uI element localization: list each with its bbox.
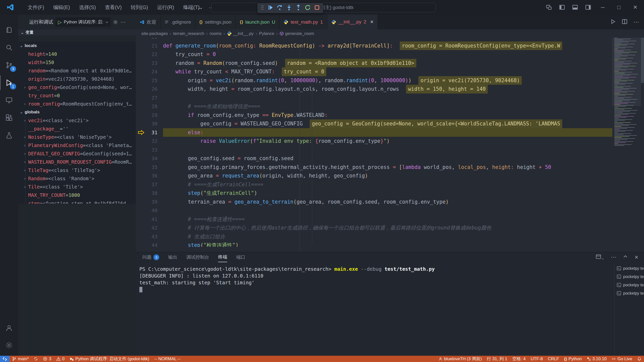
variable-row[interactable]: ›vec2i = <class 'vec2i'> <box>18 116 136 124</box>
status-notifications[interactable] <box>635 356 644 362</box>
layout-panel-icon[interactable] <box>572 5 578 10</box>
tab-settings.json[interactable]: {}settings.json <box>195 15 236 29</box>
step-over-button[interactable] <box>277 5 283 12</box>
code-line-23[interactable]: random = Random(room_config.seed)random … <box>163 59 612 68</box>
variable-row[interactable]: ›DEFAULT_GEO_CONFIG = GeoConfig(seed=1… <box>18 149 136 158</box>
line-number-27[interactable]: 27 <box>136 94 163 102</box>
more-actions-icon[interactable]: ⋯ <box>633 19 639 25</box>
status-errors[interactable]: 3 <box>41 356 54 362</box>
panel-tab-端口[interactable]: 端口 <box>236 252 245 262</box>
start-debug-icon[interactable]: ▷ <box>56 19 64 25</box>
variable-row[interactable]: ›PlanetaryWindConfig = <class 'Planeta… <box>18 141 136 149</box>
code-line-42[interactable]: # 计算每一个出口的中心，然后使用astar生成路径，确保每一个出口组合都可以联… <box>163 223 612 232</box>
layout-customize-icon[interactable] <box>585 5 591 10</box>
activity-extensions[interactable] <box>0 111 18 125</box>
code-line-43[interactable]: # 生成出口组合 <box>163 232 612 241</box>
step-into-button[interactable] <box>286 5 292 12</box>
variable-row[interactable]: __package__ = '' <box>18 124 136 133</box>
minimize-button[interactable]: ─ <box>598 4 607 10</box>
line-number-26[interactable]: 26 <box>136 85 163 94</box>
tab-欢迎[interactable]: 欢迎 <box>136 15 160 29</box>
breadcrumb-item-site-packages[interactable]: site-packages <box>141 31 168 36</box>
layout-sidebar-icon[interactable] <box>559 5 565 10</box>
tab-launch.json[interactable]: {}launch.jsonU <box>236 15 279 29</box>
menu-编辑(E)[interactable]: 编辑(E) <box>50 3 74 12</box>
line-number-35[interactable]: 35 <box>136 163 163 172</box>
variable-row[interactable]: width = 150 <box>18 58 136 66</box>
line-number-29[interactable]: 29 <box>136 111 163 120</box>
back-icon[interactable]: ← <box>184 4 190 11</box>
more-actions-icon[interactable]: ⋯ <box>611 254 616 260</box>
line-number-41[interactable]: 41 <box>136 215 163 224</box>
menu-转到(G)[interactable]: 转到(G) <box>127 3 152 12</box>
code-line-36[interactable]: geo_area = request_area(origin, width, h… <box>163 171 612 180</box>
line-number-32[interactable]: 32 <box>136 137 163 146</box>
variable-row[interactable]: ›WASTELAND_ROOM_REQUEST_CONFIG = RoomR… <box>18 158 136 166</box>
variables-section-header[interactable]: ⌄ 变量 <box>18 29 136 35</box>
variable-row[interactable]: ›room_config = RoomRequestConfig(env_t… <box>18 100 136 108</box>
variable-row[interactable]: ›geo_config = GeoConfig(seed=None, wor… <box>18 83 136 91</box>
close-icon[interactable]: ✕ <box>370 19 374 25</box>
code-line-44[interactable]: step("检查连通性") <box>163 241 612 247</box>
terminal-list-item[interactable]: pocketpy te… <box>615 289 644 297</box>
status-cursor-position[interactable]: 行 31, 列 1 <box>484 356 510 362</box>
run-python-file-button[interactable] <box>610 19 616 25</box>
code-line-40[interactable] <box>163 206 612 215</box>
line-number-33[interactable]: 33 <box>136 146 163 154</box>
status-sync-changes[interactable] <box>31 356 41 362</box>
status-vim-mode[interactable]: -- NORMAL -- <box>152 356 183 362</box>
code-line-22[interactable]: try_count = 0 <box>163 50 612 59</box>
code-line-20[interactable] <box>163 38 612 41</box>
line-number-43[interactable]: 43 <box>136 232 163 241</box>
code-line-21[interactable]: def generate_room(room_config: RoomReque… <box>163 41 612 50</box>
line-number-45[interactable]: 45 <box>136 250 163 252</box>
variables-group-locals[interactable]: ⌄locals <box>18 41 136 50</box>
activity-accounts[interactable] <box>0 321 18 335</box>
line-number-36[interactable]: 36 <box>136 171 163 180</box>
activity-settings[interactable] <box>0 338 18 352</box>
breadcrumb-item-__init__.py[interactable]: __init__.py <box>227 31 254 36</box>
line-number-23[interactable]: 23 <box>136 59 163 68</box>
maximize-button[interactable]: □ <box>615 4 623 10</box>
status-git-branch[interactable]: main* <box>10 356 31 362</box>
code-line-29[interactable]: if room_config.env_type == EnvType.WASTE… <box>163 111 612 120</box>
breadcrumb-item-rooms[interactable]: rooms <box>210 31 221 36</box>
status-remote-indicator[interactable] <box>0 356 10 362</box>
close-window-button[interactable]: ✕ <box>630 4 640 10</box>
stop-button[interactable] <box>314 5 320 12</box>
code-line-26[interactable]: width, height = room_config.layout.n_col… <box>163 85 612 94</box>
code-line-31[interactable]: else: <box>163 128 612 137</box>
line-number-31[interactable]: 31 <box>136 128 163 137</box>
status-eol[interactable]: CRLF <box>545 356 561 362</box>
status-git-blame[interactable]: blueloveTH (3 周前) <box>436 356 484 362</box>
menu-查看(V)[interactable]: 查看(V) <box>101 3 125 12</box>
code-editor[interactable]: 2021222324252627282930313233343536373839… <box>136 38 644 252</box>
variable-row[interactable]: height = 140 <box>18 50 136 58</box>
variables-group-globals[interactable]: ⌄globals <box>18 108 136 116</box>
code-line-27[interactable] <box>163 94 612 102</box>
variable-row[interactable]: ›Random = <class 'Random'> <box>18 174 136 183</box>
panel-tab-问题[interactable]: 问题3 <box>142 252 159 262</box>
tab-.gdignore[interactable]: .gdignore <box>160 15 195 29</box>
maximize-panel-button[interactable] <box>623 254 628 260</box>
line-number-39[interactable]: 39 <box>136 198 163 206</box>
terminal-list-item[interactable]: pocketpy te… <box>615 281 644 289</box>
panel-tab-输出[interactable]: 输出 <box>168 252 177 262</box>
variable-row[interactable]: ›Tile = <class 'Tile'> <box>18 183 136 191</box>
step-out-button[interactable] <box>295 5 301 12</box>
activity-explorer[interactable] <box>0 23 18 37</box>
line-number-20[interactable]: 20 <box>136 38 163 41</box>
code-line-32[interactable]: raise ValueError(f"Invalid env type: {ro… <box>163 137 612 146</box>
code-line-37[interactable]: # ====生成TerrainCell==== <box>163 180 612 189</box>
line-number-34[interactable]: 34 <box>136 154 163 163</box>
code-line-35[interactable]: geo_config.primary_forces.geothermal_act… <box>163 163 612 172</box>
more-actions-icon[interactable]: ⋯ <box>120 19 126 25</box>
variable-row[interactable]: step = <function step at 0x1bf8d716d… <box>18 199 136 204</box>
terminal-list-item[interactable]: pocketpy te… <box>615 264 644 273</box>
variable-row[interactable]: ›TileTag = <class 'TileTag'> <box>18 166 136 174</box>
tab-test_math.py[interactable]: test_math.py1 <box>279 15 327 29</box>
close-panel-button[interactable]: ✕ <box>634 254 638 260</box>
status-language-mode[interactable]: {}Python <box>561 356 584 362</box>
activity-source-control[interactable]: 3 <box>0 58 18 72</box>
open-remote-icon[interactable] <box>546 5 552 10</box>
